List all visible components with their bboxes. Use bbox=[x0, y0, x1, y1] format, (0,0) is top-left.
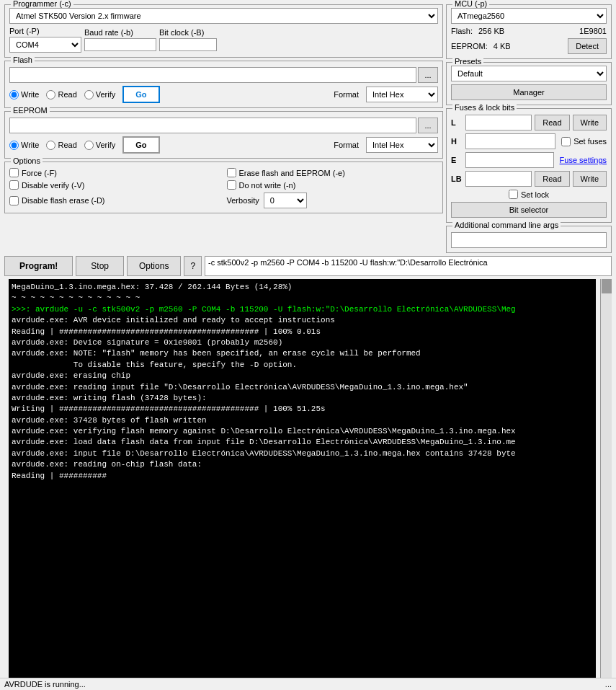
fuse-e-row: E 0xFD Fuse settings bbox=[451, 152, 607, 168]
flash-read-label: Read bbox=[58, 90, 76, 99]
presets-select[interactable]: Default bbox=[451, 66, 607, 81]
action-bar: Program! Stop Options ? -c stk500v2 -p m… bbox=[0, 253, 616, 279]
console-scrollbar[interactable] bbox=[600, 279, 612, 678]
additional-args-input[interactable] bbox=[451, 232, 607, 248]
do-not-write-checkbox[interactable] bbox=[227, 180, 236, 190]
bit-selector-button[interactable]: Bit selector bbox=[451, 202, 607, 218]
mcu-label: MCU (-p) bbox=[452, 0, 489, 8]
fuse-e-input[interactable]: 0xFD bbox=[465, 152, 554, 168]
eeprom-verify-radio[interactable] bbox=[84, 141, 94, 150]
flash-write-radio[interactable] bbox=[9, 90, 19, 99]
force-checkbox[interactable] bbox=[9, 168, 19, 177]
flash-verify-radio-label[interactable]: Verify bbox=[84, 90, 116, 99]
presets-label: Presets bbox=[452, 57, 483, 66]
eeprom-go-button[interactable]: Go bbox=[122, 136, 159, 154]
erase-checkbox[interactable] bbox=[227, 168, 236, 177]
port-select[interactable]: COM4 bbox=[9, 37, 81, 53]
flash-go-button[interactable]: Go bbox=[122, 86, 159, 103]
eeprom-verify-radio-label[interactable]: Verify bbox=[84, 141, 116, 150]
disable-flash-erase-checkbox-label[interactable]: Disable flash erase (-D) bbox=[9, 193, 221, 208]
set-lock-label[interactable]: Set lock bbox=[509, 190, 549, 199]
flash-read-radio-label[interactable]: Read bbox=[46, 90, 76, 99]
eeprom-size-label: EEPROM: bbox=[451, 42, 488, 50]
options-button[interactable]: Options bbox=[127, 256, 181, 276]
flash-info-row: Flash: 256 KB 1E9801 bbox=[451, 27, 607, 35]
eeprom-verify-label: Verify bbox=[96, 141, 116, 149]
flash-read-radio[interactable] bbox=[46, 90, 55, 99]
set-lock-row: Set lock bbox=[451, 190, 607, 199]
options-label: Options bbox=[11, 156, 43, 165]
console-area[interactable]: MegaDuino_1.3.ino.mega.hex: 37.428 / 262… bbox=[9, 279, 596, 678]
eeprom-format-label: Format bbox=[334, 141, 359, 149]
eeprom-read-radio-label[interactable]: Read bbox=[46, 141, 76, 150]
eeprom-read-radio[interactable] bbox=[46, 141, 55, 150]
right-panel: MCU (-p) ATmega2560 Flash: 256 KB 1E9801… bbox=[446, 4, 612, 253]
flash-browse-button[interactable]: ... bbox=[418, 67, 438, 83]
set-lock-checkbox[interactable] bbox=[509, 190, 518, 199]
eeprom-group: EEPROM D:\Desarrollo Electrónica\AVRDUDE… bbox=[4, 111, 443, 159]
mcu-select[interactable]: ATmega2560 bbox=[451, 8, 607, 24]
set-fuses-text: Set fuses bbox=[573, 137, 607, 146]
port-label: Port (-P) bbox=[9, 27, 81, 35]
disable-flash-erase-label: Disable flash erase (-D) bbox=[22, 196, 105, 205]
detect-button[interactable]: Detect bbox=[568, 38, 607, 54]
bitclock-input[interactable] bbox=[159, 38, 217, 51]
eeprom-file-input[interactable]: D:\Desarrollo Electrónica\AVRDUDESS\Mega… bbox=[9, 118, 416, 133]
status-text: AVRDUDE is running... bbox=[4, 680, 86, 689]
fuse-l-label: L bbox=[451, 118, 463, 127]
eeprom-format-select[interactable]: Intel Hex bbox=[366, 137, 438, 153]
help-button[interactable]: ? bbox=[184, 256, 202, 276]
stop-button[interactable]: Stop bbox=[76, 256, 124, 276]
manager-button[interactable]: Manager bbox=[451, 84, 607, 100]
erase-label: Erase flash and EEPROM (-e) bbox=[239, 169, 345, 177]
disable-verify-checkbox-label[interactable]: Disable verify (-V) bbox=[9, 180, 221, 190]
flash-write-label: Write bbox=[21, 90, 39, 99]
flash-size-label: Flash: bbox=[451, 27, 473, 35]
set-fuses-label[interactable]: Set fuses bbox=[561, 137, 607, 146]
fuse-l-read-button[interactable]: Read bbox=[535, 115, 569, 131]
do-not-write-checkbox-label[interactable]: Do not write (-n) bbox=[227, 180, 439, 190]
baud-input[interactable]: 115200 bbox=[84, 38, 156, 51]
disable-verify-checkbox[interactable] bbox=[9, 180, 19, 190]
fuse-h-input[interactable]: 0xD8 bbox=[465, 133, 555, 149]
fuse-lb-input[interactable]: 0x3F bbox=[465, 171, 532, 187]
additional-args-label: Additional command line args bbox=[452, 221, 561, 229]
fuses-group: Fuses & lock bits L 0xFF Read Write H 0x… bbox=[446, 108, 612, 223]
eeprom-read-label: Read bbox=[58, 141, 76, 149]
fuse-settings-link[interactable]: Fuse settings bbox=[560, 156, 607, 164]
fuse-l-row: L 0xFF Read Write bbox=[451, 115, 607, 131]
flash-verify-radio[interactable] bbox=[84, 90, 94, 99]
status-right: ... bbox=[605, 680, 612, 689]
flash-write-radio-label[interactable]: Write bbox=[9, 90, 39, 99]
eeprom-size-value: 4 KB bbox=[494, 42, 511, 50]
eeprom-browse-button[interactable]: ... bbox=[418, 118, 438, 133]
flash-file-input[interactable]: D:\Desarrollo Electrónica\AVRDUDESS\Mega… bbox=[9, 67, 416, 83]
programmer-select[interactable]: Atmel STK500 Version 2.x firmware bbox=[9, 8, 438, 24]
fuses-label: Fuses & lock bits bbox=[452, 103, 517, 112]
eeprom-write-radio-label[interactable]: Write bbox=[9, 141, 39, 150]
disable-flash-erase-checkbox[interactable] bbox=[9, 196, 19, 205]
flash-label: Flash bbox=[11, 56, 35, 64]
eeprom-write-radio[interactable] bbox=[9, 141, 19, 150]
fuse-h-label: H bbox=[451, 137, 463, 146]
verbosity-row: Verbosity 0 bbox=[227, 193, 439, 208]
force-label: Force (-F) bbox=[22, 169, 57, 177]
fuse-h-row: H 0xD8 Set fuses bbox=[451, 133, 607, 149]
eeprom-label: EEPROM bbox=[11, 106, 50, 115]
fuse-l-write-button[interactable]: Write bbox=[573, 115, 607, 131]
set-fuses-checkbox[interactable] bbox=[561, 137, 571, 146]
status-bar: AVRDUDE is running... ... bbox=[0, 678, 616, 690]
fuse-lb-write-button[interactable]: Write bbox=[573, 171, 607, 187]
verbosity-select[interactable]: 0 bbox=[264, 193, 307, 208]
flash-format-label: Format bbox=[334, 90, 359, 99]
options-grid: Force (-F) Erase flash and EEPROM (-e) D… bbox=[9, 168, 438, 208]
presets-group: Presets Default Manager bbox=[446, 62, 612, 105]
flash-format-select[interactable]: Intel Hex bbox=[366, 87, 438, 102]
fuse-l-input[interactable]: 0xFF bbox=[465, 115, 532, 131]
program-button[interactable]: Program! bbox=[4, 256, 73, 276]
force-checkbox-label[interactable]: Force (-F) bbox=[9, 168, 221, 177]
fuse-lb-read-button[interactable]: Read bbox=[535, 171, 569, 187]
fuse-lb-row: LB 0x3F Read Write bbox=[451, 171, 607, 187]
erase-checkbox-label[interactable]: Erase flash and EEPROM (-e) bbox=[227, 168, 439, 177]
flash-radio-row: Write Read Verify Go Format Intel Hex bbox=[9, 86, 438, 103]
